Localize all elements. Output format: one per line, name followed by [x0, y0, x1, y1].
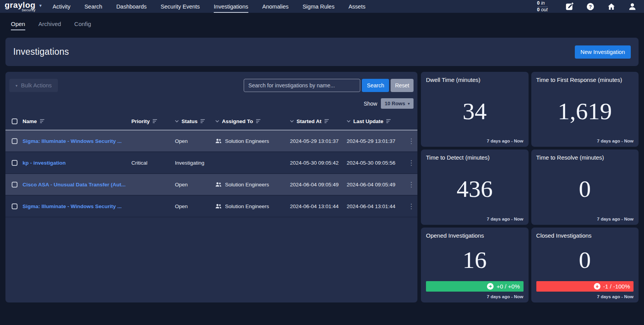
table-row[interactable]: Sigma: Illuminate - Windows Security ...… — [5, 130, 417, 152]
page-header: Investigations New Investigation — [5, 38, 639, 66]
status-cell: Open — [175, 203, 215, 209]
row-menu-icon[interactable]: ⋮ — [405, 203, 417, 210]
metric-value: 16 — [462, 248, 487, 272]
started-at-cell: 2024-06-04 09:05:49 — [290, 182, 347, 188]
nav-item-security-events[interactable]: Security Events — [161, 0, 200, 13]
tab-open[interactable]: Open — [11, 21, 25, 30]
investigation-name-link[interactable]: Sigma: Illuminate - Windows Security ... — [23, 203, 131, 209]
select-all-checkbox[interactable] — [12, 118, 17, 124]
nav-item-activity[interactable]: Activity — [52, 0, 70, 13]
svg-text:?: ? — [589, 4, 592, 9]
row-checkbox[interactable] — [12, 160, 17, 166]
status-cell: Investigating — [175, 160, 215, 166]
team-icon — [215, 182, 222, 187]
nav-item-dashboards[interactable]: Dashboards — [116, 0, 147, 13]
new-investigation-button[interactable]: New Investigation — [575, 45, 631, 59]
started-at-cell: 2024-05-29 13:01:37 — [290, 138, 347, 144]
tab-config[interactable]: Config — [74, 21, 91, 30]
investigation-name-link[interactable]: Cisco ASA - Unusual Data Transfer (Aut..… — [23, 182, 131, 188]
table-row[interactable]: kp - investigation Critical Investigatin… — [5, 152, 417, 174]
last-update-cell: 2024-05-29 13:01:37 — [347, 138, 405, 144]
rows-per-page-dropdown[interactable]: 10 Rows ▾ — [381, 98, 414, 109]
table-row[interactable]: Sigma: Illuminate - Windows Security ...… — [5, 196, 417, 217]
nav-item-anomalies[interactable]: Anomalies — [262, 0, 289, 13]
nav-item-assets[interactable]: Assets — [349, 0, 366, 13]
metric-time-range: 7 days ago - Now — [487, 139, 524, 143]
nav-item-search[interactable]: Search — [84, 0, 102, 13]
metric-title: Time to Detect (minutes) — [426, 154, 524, 161]
nav-item-investigations[interactable]: Investigations — [214, 0, 248, 13]
trend-indicator-up: +0 / +0% — [426, 281, 524, 292]
sort-icon — [200, 119, 206, 123]
investigations-list-panel: ▾ Bulk Actions Search Reset Show 10 Rows… — [5, 72, 417, 302]
metric-time-range: 7 days ago - Now — [487, 294, 524, 299]
row-checkbox[interactable] — [12, 203, 17, 209]
column-header-status[interactable]: Status — [175, 118, 215, 124]
compose-icon[interactable] — [565, 2, 574, 11]
metric-value: 436 — [457, 177, 493, 201]
graylog-logo[interactable]: graylog Security ▼ — [5, 1, 42, 12]
sort-icon — [324, 119, 330, 123]
metric-value: 0 — [579, 248, 591, 272]
assigned-to-cell: Solution Engineers — [215, 182, 290, 188]
chevron-down-icon — [347, 120, 351, 123]
metric-title: Time to First Response (minutes) — [536, 76, 634, 83]
sort-icon — [152, 119, 158, 123]
trend-label: -1 / -100% — [603, 283, 630, 290]
search-input[interactable] — [244, 79, 360, 92]
row-checkbox[interactable] — [12, 182, 17, 188]
last-update-cell: 2024-05-30 09:05:56 — [347, 160, 405, 166]
bulk-actions-button[interactable]: ▾ Bulk Actions — [9, 79, 58, 92]
row-checkbox[interactable] — [12, 138, 17, 144]
last-update-cell: 2024-06-04 13:01:44 — [347, 203, 405, 209]
trend-indicator-down: -1 / -100% — [536, 281, 634, 292]
metric-title: Closed Investigations — [536, 232, 634, 239]
user-icon[interactable] — [628, 2, 637, 11]
sort-icon — [386, 119, 391, 123]
row-menu-icon[interactable]: ⋮ — [405, 138, 417, 144]
metric-value: 1,619 — [558, 99, 612, 123]
assigned-to-cell: Solution Engineers — [215, 203, 290, 209]
brand-name: graylog — [5, 1, 35, 9]
started-at-cell: 2024-05-30 09:05:42 — [290, 160, 347, 166]
column-header-started-at[interactable]: Started At — [290, 118, 347, 124]
chevron-down-icon[interactable]: ▼ — [38, 3, 42, 8]
investigations-tabstrip: Open Archived Config — [0, 13, 644, 35]
row-menu-icon[interactable]: ⋮ — [405, 160, 417, 166]
table-header: Name Priority Status Assigned To — [5, 113, 417, 130]
throughput-indicator: 0in 0out — [537, 0, 548, 12]
table-row[interactable]: Cisco ASA - Unusual Data Transfer (Aut..… — [5, 174, 417, 196]
investigation-name-link[interactable]: kp - investigation — [23, 160, 131, 166]
tab-archived[interactable]: Archived — [38, 21, 61, 30]
caret-down-icon: ▾ — [16, 83, 17, 88]
metric-card-closed-investigations: Closed Investigations 0 -1 / -100% 7 day… — [531, 228, 639, 302]
column-header-priority[interactable]: Priority — [131, 118, 175, 124]
sort-icon — [40, 119, 45, 123]
page-title: Investigations — [13, 47, 69, 57]
metric-title: Dwell Time (minutes) — [426, 76, 524, 83]
caret-down-icon: ▾ — [408, 102, 410, 106]
home-icon[interactable] — [607, 2, 616, 11]
trend-label: +0 / +0% — [496, 283, 520, 290]
last-update-cell: 2024-06-04 09:05:49 — [347, 182, 405, 188]
nav-item-sigma-rules[interactable]: Sigma Rules — [302, 0, 334, 13]
column-header-assigned-to[interactable]: Assigned To — [215, 118, 290, 124]
row-menu-icon[interactable]: ⋮ — [405, 181, 417, 188]
investigation-name-link[interactable]: Sigma: Illuminate - Windows Security ... — [23, 138, 131, 144]
arrow-down-circle-icon — [594, 283, 600, 290]
metric-card-time-to-resolve: Time to Resolve (minutes) 0 7 days ago -… — [531, 149, 639, 224]
arrow-right-circle-icon — [487, 283, 494, 290]
show-label: Show — [364, 101, 377, 107]
search-button[interactable]: Search — [362, 79, 389, 92]
chevron-down-icon — [215, 120, 219, 123]
reset-button[interactable]: Reset — [391, 79, 414, 92]
status-cell: Open — [175, 182, 215, 188]
help-icon[interactable]: ? — [586, 2, 595, 11]
started-at-cell: 2024-06-04 13:01:44 — [290, 203, 347, 209]
metric-time-range: 7 days ago - Now — [597, 217, 634, 221]
column-header-last-update[interactable]: Last Update — [347, 118, 405, 124]
column-header-name[interactable]: Name — [23, 118, 131, 124]
metric-time-range: 7 days ago - Now — [597, 139, 634, 143]
brand-edition: Security — [22, 9, 36, 12]
main-menu: Activity Search Dashboards Security Even… — [52, 0, 365, 13]
